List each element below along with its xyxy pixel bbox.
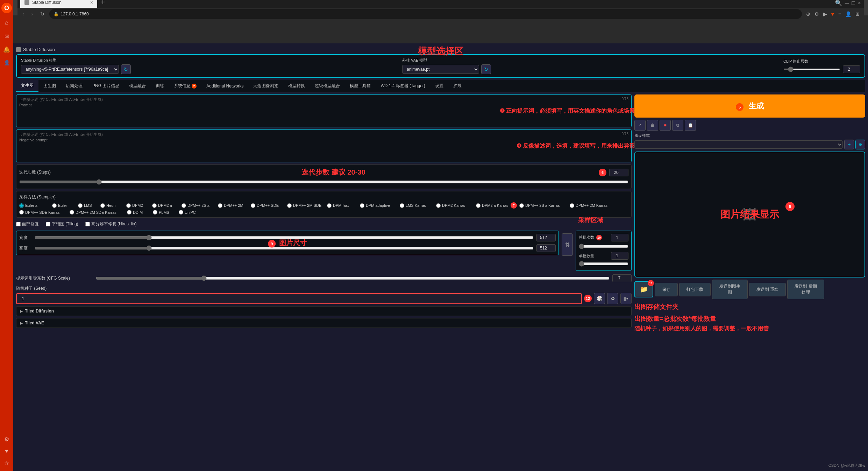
sampler-heun[interactable]: Heun: [100, 202, 125, 209]
browser-tab[interactable]: Stable Diffusion ×: [20, 0, 97, 8]
tab-super-merge[interactable]: 超级模型融合: [310, 80, 345, 92]
sampler-lms[interactable]: LMS: [78, 202, 99, 209]
sampler-dpmpp2sa[interactable]: DPM++ 2S a: [182, 202, 216, 209]
sampler-dpm2a[interactable]: DPM2 a: [152, 202, 180, 209]
sampler-dpmpp2msde[interactable]: DPM++ 2M SDE: [287, 202, 326, 209]
sampler-dpmppsde[interactable]: DPM++ SDE: [251, 202, 286, 209]
steps-slider[interactable]: [19, 179, 628, 185]
batch-size-value[interactable]: [611, 252, 628, 260]
sampler-dpm2akarras[interactable]: DPM2 a Karras 7: [476, 202, 518, 209]
tab-model-merge[interactable]: 模型融合: [124, 80, 151, 92]
opera-logo[interactable]: O: [1, 3, 12, 13]
sidebar-icon-notifications[interactable]: 🔔: [1, 44, 12, 55]
sidebar-icon-home[interactable]: ⌂: [1, 17, 12, 28]
cfg-value[interactable]: [612, 274, 632, 282]
sampler-lmskarras[interactable]: LMS Karras: [400, 202, 435, 209]
cfg-slider[interactable]: [96, 275, 610, 281]
tab-txt2img[interactable]: 文生图: [16, 80, 38, 92]
sidebar-icon-settings[interactable]: ⚙: [1, 434, 12, 444]
tab-model-toolkit[interactable]: 模型工具箱: [345, 80, 376, 92]
sampler-unipc[interactable]: UniPC: [179, 210, 203, 215]
clip-slider[interactable]: [783, 69, 840, 70]
browser-icon-6[interactable]: 👤: [844, 10, 853, 17]
send-postprocess-button[interactable]: 发送到 后期处理: [787, 280, 824, 299]
tiling-checkbox[interactable]: 平铺图 (Tiling): [46, 221, 78, 227]
face-restore-checkbox[interactable]: 面部修复: [16, 221, 39, 227]
sampler-dpmfast[interactable]: DPM fast: [327, 202, 358, 209]
new-tab-button[interactable]: +: [98, 0, 108, 7]
tiled-diffusion-section[interactable]: ▶ Tiled Diffusion: [16, 306, 632, 316]
sampler-dpmpp2m[interactable]: DPM++ 2M: [218, 202, 249, 209]
save-button[interactable]: 保存: [655, 283, 678, 296]
sampler-dpmpp2mkarras[interactable]: DPM++ 2M Karras: [570, 202, 615, 209]
pack-download-button[interactable]: 打包下载: [679, 283, 711, 296]
negative-prompt-input[interactable]: [16, 143, 631, 161]
width-value[interactable]: [536, 234, 556, 241]
tab-tagger[interactable]: WD 1.4 标签器 (Tagger): [376, 80, 430, 92]
style-btn-check[interactable]: ✓: [634, 120, 646, 131]
sampler-euler-a[interactable]: Euler a: [19, 202, 51, 209]
batch-size-slider[interactable]: [579, 261, 628, 267]
tab-image-browser[interactable]: 无边图像浏览: [248, 80, 283, 92]
positive-prompt-input[interactable]: [16, 108, 631, 126]
send-img2img-button[interactable]: 发送到图生图: [712, 280, 748, 299]
browser-icon-2[interactable]: ⚙: [813, 10, 820, 17]
tab-additional-networks[interactable]: Additional Networks: [201, 81, 248, 91]
sampler-dpmpp2msdekarras[interactable]: DPM++ 2M SDE Karras: [70, 210, 126, 215]
seed-random-button[interactable]: 🎲: [594, 293, 605, 304]
maximize-button[interactable]: □: [852, 0, 855, 6]
forward-button[interactable]: ›: [29, 10, 35, 18]
sampler-dpmpp2sakarras[interactable]: DPM++ 2S a Karras: [519, 202, 568, 209]
browser-icon-7[interactable]: ⊞: [854, 10, 861, 17]
refresh-button[interactable]: ↻: [38, 10, 47, 17]
tab-settings[interactable]: 设置: [430, 80, 448, 92]
browser-icon-4[interactable]: ♥: [830, 10, 835, 17]
vae-dropdown[interactable]: animevae.pt: [402, 65, 479, 74]
preset-select[interactable]: [634, 140, 843, 149]
height-slider[interactable]: [35, 245, 534, 251]
batch-count-slider[interactable]: [579, 244, 628, 249]
preset-settings-button[interactable]: ⚙: [855, 140, 865, 149]
back-button[interactable]: ‹: [20, 10, 26, 18]
generate-button[interactable]: 5 生成: [634, 94, 865, 118]
tab-extensions[interactable]: 扩展: [448, 80, 467, 92]
seed-input[interactable]: [16, 293, 582, 304]
address-bar[interactable]: 🔒 127.0.0.1:7860: [49, 9, 802, 19]
browser-icon-3[interactable]: ▶: [822, 10, 828, 17]
close-button[interactable]: ×: [858, 0, 861, 6]
seed-recycle-button[interactable]: ♻: [607, 293, 618, 304]
sampler-euler[interactable]: Euler: [52, 202, 77, 209]
style-btn-copy[interactable]: ⧉: [672, 120, 683, 131]
tab-sysinfo[interactable]: 系统信息2: [169, 80, 201, 92]
sidebar-icon-star[interactable]: ☆: [1, 458, 12, 468]
tab-img2img[interactable]: 图生图: [38, 80, 61, 92]
steps-value-input[interactable]: [609, 169, 628, 176]
height-value[interactable]: [536, 244, 556, 252]
send-inpaint-button[interactable]: 发送到 重绘: [749, 283, 786, 296]
sidebar-icon-social[interactable]: 👤: [1, 57, 12, 68]
hires-fix-checkbox[interactable]: 高分辨率修复 (Hires. fix): [85, 221, 137, 227]
browser-icon-1[interactable]: ⊕: [805, 10, 812, 17]
tab-close-icon[interactable]: ×: [90, 0, 93, 5]
sampler-ddim[interactable]: DDIM: [127, 210, 151, 215]
style-btn-trash[interactable]: 🗑: [647, 120, 658, 131]
tab-model-convert[interactable]: 模型转换: [283, 80, 310, 92]
search-icon[interactable]: 🔍: [835, 0, 842, 6]
style-btn-red[interactable]: ■: [660, 120, 671, 131]
model-dropdown[interactable]: anything-v5-PrtRE.safetensors [7f96a1a9c…: [21, 65, 119, 74]
sampler-dpmadaptive[interactable]: DPM adaptive: [360, 202, 398, 209]
swap-button[interactable]: ⇅: [562, 233, 573, 256]
sampler-plms[interactable]: PLMS: [153, 210, 177, 215]
model-refresh-button[interactable]: ↻: [121, 64, 131, 74]
tiled-vae-section[interactable]: ▶ Tiled VAE: [16, 318, 632, 328]
browser-icon-5[interactable]: ≡: [837, 10, 842, 17]
sampler-dpmppsdekarras[interactable]: DPM++ SDE Karras: [19, 210, 68, 215]
tab-train[interactable]: 训练: [151, 80, 169, 92]
tab-postprocess[interactable]: 后期处理: [61, 80, 87, 92]
sidebar-icon-heart[interactable]: ♥: [1, 446, 12, 456]
batch-count-value[interactable]: [611, 234, 628, 241]
vae-refresh-button[interactable]: ↻: [481, 64, 491, 74]
preset-add-button[interactable]: +: [844, 140, 854, 149]
sidebar-icon-messages[interactable]: ✉: [1, 31, 12, 41]
folder-button[interactable]: 📁 11: [634, 281, 653, 297]
